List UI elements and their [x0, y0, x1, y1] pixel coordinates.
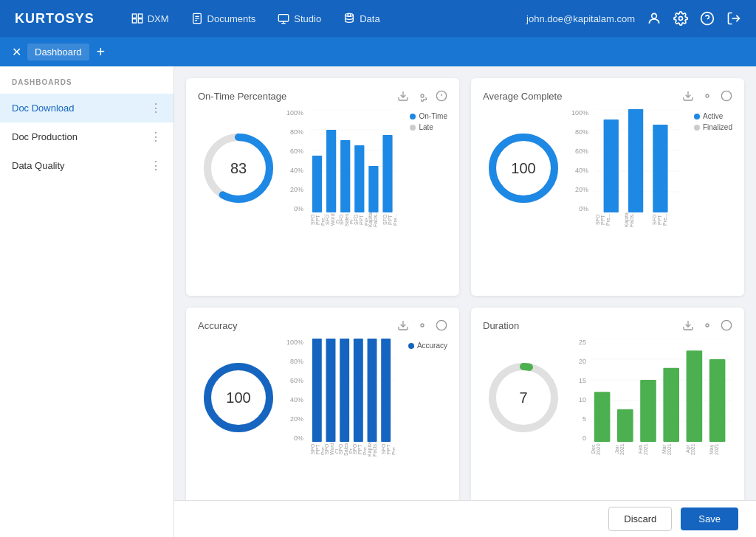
donut-value: 83 — [230, 160, 247, 177]
legend-label: Active — [703, 112, 723, 120]
y-label: 20% — [571, 186, 588, 193]
nav-dxm[interactable]: DXM — [131, 13, 169, 24]
settings-icon[interactable] — [673, 11, 688, 26]
legend-color — [410, 125, 416, 131]
nav-right: john.doe@kapitalam.com — [526, 11, 741, 26]
more-options-icon[interactable]: ⋮ — [150, 159, 162, 173]
card-body: 7 25 20 15 10 5 0 — [483, 339, 732, 457]
bar-chart: 100% 80% 60% 40% 20% 0% — [286, 109, 396, 227]
bar-chart: 100% 80% 60% 40% 20% 0% — [571, 109, 681, 227]
gear-icon[interactable] — [416, 90, 428, 102]
svg-point-67 — [721, 320, 731, 330]
legend-item: On-Time — [410, 112, 447, 120]
legend-label: Late — [419, 123, 433, 131]
svg-rect-34 — [368, 166, 378, 212]
donut-value: 100 — [226, 389, 250, 406]
legend-item: Accuracy — [408, 342, 447, 350]
card-actions — [397, 90, 447, 102]
more-options-icon[interactable]: ⋮ — [150, 101, 162, 115]
svg-rect-2 — [132, 19, 136, 23]
donut-chart: 83 — [198, 128, 279, 209]
x-label: Kapital Facts... — [624, 212, 653, 227]
info-icon[interactable] — [721, 90, 732, 102]
sidebar-item-doc-production[interactable]: Doc Production ⋮ — [0, 122, 173, 151]
footer: Discard Save — [174, 500, 756, 537]
legend-label: On-Time — [419, 112, 447, 120]
download-icon[interactable] — [397, 90, 409, 102]
nav-data-label: Data — [360, 13, 379, 24]
x-label: SFO Word Cl... — [324, 442, 338, 457]
svg-point-13 — [652, 13, 657, 18]
svg-rect-75 — [594, 392, 611, 442]
svg-rect-8 — [279, 15, 289, 21]
gear-icon[interactable] — [701, 319, 713, 331]
user-icon[interactable] — [647, 11, 662, 26]
tab-bar: ✕ Dashboard + — [0, 37, 756, 66]
svg-rect-78 — [663, 368, 679, 442]
dashboard-content: On-Time Percentage 83 — [174, 66, 756, 537]
svg-rect-47 — [628, 109, 643, 212]
y-label: 40% — [286, 167, 303, 174]
card-body: 83 100% 80% 60% 40% 20% 0% — [198, 109, 447, 227]
duration-card: Duration 7 2 — [471, 308, 744, 525]
info-icon[interactable] — [436, 90, 447, 102]
download-icon[interactable] — [397, 319, 409, 331]
x-label: Kapital Facts... — [367, 442, 381, 457]
y-label: 0 — [571, 434, 586, 442]
x-label: SFO PPT Pre... — [382, 212, 397, 227]
x-label: SFO PPT Pre... — [381, 442, 395, 457]
y-label: 5 — [571, 415, 586, 423]
card-title: Duration — [483, 320, 519, 331]
x-label: Dec 2020 — [591, 442, 614, 457]
card-body: 100 100% 80% 60% 40% 20% 0% — [483, 109, 732, 227]
add-tab-button[interactable]: + — [97, 44, 106, 60]
logout-icon[interactable] — [726, 11, 741, 26]
card-body: 100 100% 80% 60% 40% 20% 0% — [198, 339, 447, 457]
discard-button[interactable]: Discard — [608, 507, 672, 531]
sidebar-item-data-quality[interactable]: Data Quality ⋮ — [0, 151, 173, 180]
gear-icon[interactable] — [701, 90, 713, 102]
nav-documents-label: Documents — [207, 13, 256, 24]
legend-color — [410, 114, 416, 119]
svg-rect-59 — [312, 339, 322, 442]
y-label: 40% — [286, 396, 303, 403]
nav-studio[interactable]: Studio — [278, 13, 321, 24]
save-button[interactable]: Save — [681, 507, 738, 530]
sidebar: DASHBOARDS Doc Download ⋮ Doc Production… — [0, 66, 174, 537]
svg-rect-64 — [381, 339, 391, 442]
sidebar-item-doc-download[interactable]: Doc Download ⋮ — [0, 94, 173, 122]
tab-close-icon[interactable]: ✕ — [12, 45, 21, 59]
gear-icon[interactable] — [416, 319, 428, 331]
svg-point-12 — [346, 13, 354, 16]
more-options-icon[interactable]: ⋮ — [150, 130, 162, 144]
svg-rect-1 — [138, 14, 142, 18]
y-label: 20% — [286, 186, 303, 193]
info-icon[interactable] — [436, 319, 447, 331]
card-actions — [682, 319, 732, 331]
legend-label: Finalized — [703, 123, 732, 131]
on-time-card: On-Time Percentage 83 — [186, 78, 459, 296]
brand-logo: KURTOSYS — [15, 11, 94, 27]
download-icon[interactable] — [682, 90, 694, 102]
y-label: 15 — [571, 377, 586, 384]
y-label: 60% — [571, 148, 588, 155]
svg-rect-80 — [709, 359, 726, 442]
x-label: Apr 2021 — [685, 442, 709, 457]
x-label: Jan 2021 — [614, 442, 638, 457]
download-icon[interactable] — [682, 319, 694, 331]
card-actions — [682, 90, 732, 102]
nav-data[interactable]: Data — [343, 13, 379, 24]
sidebar-section-label: DASHBOARDS — [0, 78, 173, 94]
y-label: 0% — [286, 205, 303, 212]
help-icon[interactable] — [700, 11, 715, 26]
dashboard-tab[interactable]: Dashboard — [27, 44, 89, 60]
svg-rect-48 — [653, 125, 667, 212]
chart-legend: Accuracy — [408, 342, 447, 350]
svg-rect-32 — [340, 140, 350, 212]
svg-rect-62 — [354, 339, 363, 442]
nav-documents[interactable]: Documents — [191, 13, 256, 24]
sidebar-item-label: Data Quality — [12, 160, 65, 171]
info-icon[interactable] — [721, 319, 732, 331]
legend-item: Late — [410, 123, 447, 131]
average-complete-card: Average Complete 100 — [471, 78, 744, 296]
